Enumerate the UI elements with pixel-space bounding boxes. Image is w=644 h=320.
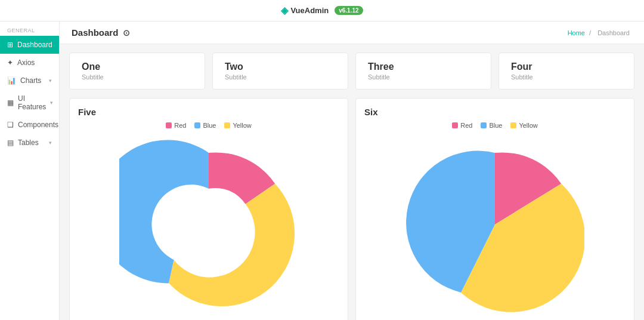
- sidebar-item-components[interactable]: ❑ Components ▾: [0, 116, 59, 134]
- legend-six-yellow-dot: [510, 122, 516, 128]
- legend-blue-dot: [194, 122, 200, 128]
- version-badge: v6.1.12: [335, 6, 363, 15]
- donut-hole: [173, 189, 244, 260]
- stat-title-two: Two: [225, 61, 336, 72]
- chart-six-svg-container: [364, 135, 626, 314]
- stat-title-three: Three: [368, 61, 479, 72]
- sidebar-label-axios: Axios: [17, 59, 35, 67]
- stat-card-two: Two Subtitle: [212, 53, 348, 90]
- stat-title-four: Four: [511, 61, 622, 72]
- sidebar-item-axios[interactable]: ✦ Axios: [0, 54, 59, 72]
- chart-five-title: Five: [78, 107, 339, 117]
- chart-six-title: Six: [364, 107, 626, 117]
- sidebar-item-tables[interactable]: ▤ Tables ▾: [0, 134, 59, 152]
- legend-six-yellow-label: Yellow: [519, 122, 537, 129]
- logo-icon: ◈: [281, 5, 288, 16]
- stat-title-one: One: [82, 61, 193, 72]
- tables-icon: ▤: [7, 139, 14, 147]
- ui-features-icon: ▦: [7, 99, 14, 107]
- legend-blue: Blue: [194, 122, 216, 129]
- topbar: ◈ VueAdmin v6.1.12: [0, 0, 644, 21]
- stat-card-three: Three Subtitle: [355, 53, 491, 90]
- legend-blue-label: Blue: [203, 122, 216, 129]
- chart-six: Six Red Blue Yellow: [355, 98, 634, 320]
- components-icon: ❑: [7, 121, 14, 129]
- legend-red-dot: [166, 122, 172, 128]
- legend-six-blue-dot: [481, 122, 487, 128]
- chart-five: Five Red Blue Yellow: [69, 98, 348, 320]
- legend-six-yellow: Yellow: [510, 122, 537, 129]
- sidebar-label-ui-features: UI Features: [18, 94, 46, 111]
- sidebar: GENERAL ⊞ Dashboard ✦ Axios 📊 Charts ▾ ▦…: [0, 21, 60, 320]
- charts-icon: 📊: [7, 76, 16, 85]
- stat-card-four: Four Subtitle: [499, 53, 634, 90]
- chevron-down-icon: ▾: [49, 78, 52, 84]
- axios-icon: ✦: [7, 59, 13, 67]
- brand: ◈ VueAdmin v6.1.12: [281, 5, 363, 16]
- stat-subtitle-three: Subtitle: [368, 73, 479, 81]
- app-body: GENERAL ⊞ Dashboard ✦ Axios 📊 Charts ▾ ▦…: [0, 21, 644, 320]
- breadcrumb-home[interactable]: Home: [568, 29, 585, 36]
- legend-yellow-label: Yellow: [233, 122, 251, 129]
- page-title-container: Dashboard ⊙: [72, 27, 130, 38]
- chart-six-legend: Red Blue Yellow: [364, 122, 626, 129]
- sidebar-label-dashboard: Dashboard: [17, 41, 52, 49]
- brand-name: VueAdmin: [290, 6, 329, 15]
- donut-chart: [119, 135, 298, 314]
- dashboard-icon: ⊞: [7, 41, 13, 49]
- legend-six-red-dot: [452, 122, 458, 128]
- sidebar-label-charts: Charts: [20, 76, 41, 85]
- chevron-down-icon-tables: ▾: [49, 140, 52, 146]
- legend-yellow: Yellow: [224, 122, 251, 129]
- breadcrumb-separator: /: [589, 29, 593, 36]
- sidebar-section-label: GENERAL: [0, 21, 59, 36]
- legend-six-blue: Blue: [481, 122, 502, 129]
- stats-row: One Subtitle Two Subtitle Three Subtitle…: [60, 44, 644, 98]
- sidebar-item-ui-features[interactable]: ▦ UI Features ▾: [0, 90, 59, 116]
- sidebar-label-tables: Tables: [18, 139, 39, 147]
- legend-yellow-dot: [224, 122, 230, 128]
- pie-chart: [405, 135, 584, 314]
- charts-row: Five Red Blue Yellow: [60, 98, 644, 320]
- chevron-down-icon-ui: ▾: [50, 100, 53, 106]
- legend-red-label: Red: [174, 122, 186, 129]
- sidebar-label-components: Components: [18, 121, 58, 129]
- main-content: Dashboard ⊙ Home / Dashboard One Subtitl…: [60, 21, 644, 320]
- stat-card-one: One Subtitle: [69, 53, 205, 90]
- chart-five-svg-container: [78, 135, 339, 314]
- legend-six-red-label: Red: [460, 122, 472, 129]
- stat-subtitle-one: Subtitle: [82, 73, 193, 81]
- content-header: Dashboard ⊙ Home / Dashboard: [60, 21, 644, 44]
- stat-subtitle-four: Subtitle: [511, 73, 622, 81]
- page-title: Dashboard: [72, 27, 118, 38]
- legend-six-blue-label: Blue: [489, 122, 502, 129]
- github-icon: ⊙: [123, 28, 130, 38]
- breadcrumb: Home / Dashboard: [568, 29, 632, 36]
- breadcrumb-current: Dashboard: [597, 29, 630, 36]
- chart-five-legend: Red Blue Yellow: [78, 122, 339, 129]
- legend-red: Red: [166, 122, 186, 129]
- sidebar-item-charts[interactable]: 📊 Charts ▾: [0, 72, 59, 90]
- legend-six-red: Red: [452, 122, 472, 129]
- sidebar-item-dashboard[interactable]: ⊞ Dashboard: [0, 36, 59, 54]
- stat-subtitle-two: Subtitle: [225, 73, 336, 81]
